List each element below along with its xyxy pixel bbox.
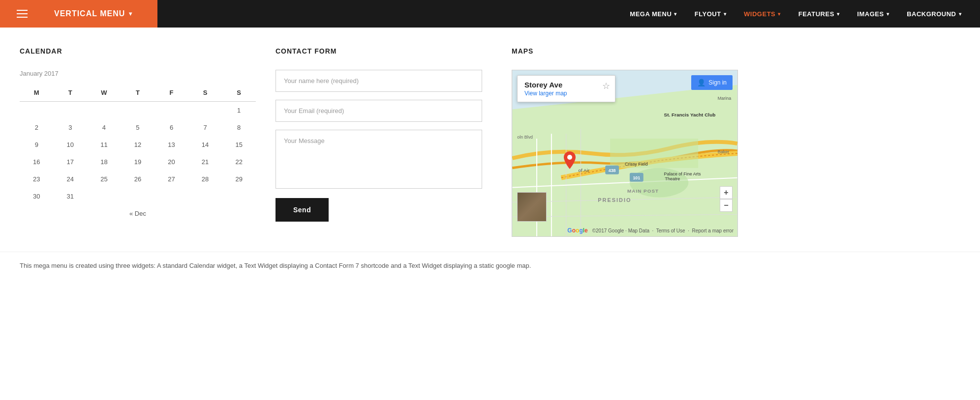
- calendar-day-cell[interactable]: 15: [222, 136, 256, 153]
- calendar-day-cell[interactable]: 26: [121, 171, 155, 188]
- calendar-day-cell[interactable]: 6: [154, 119, 188, 136]
- svg-rect-3: [610, 139, 698, 168]
- calendar-day-cell[interactable]: 7: [188, 119, 222, 136]
- calendar-day-cell: [188, 188, 222, 205]
- calendar-day-cell[interactable]: 13: [154, 136, 188, 153]
- map-place-name: Storey Ave: [524, 81, 567, 89]
- calendar-day-cell[interactable]: 4: [87, 119, 121, 136]
- calendar-day-cell[interactable]: 12: [121, 136, 155, 153]
- calendar-day-cell[interactable]: 14: [188, 136, 222, 153]
- calendar-table: MTWTFSS 12345678910111213141516171819202…: [20, 85, 256, 205]
- calendar-day-cell[interactable]: 10: [54, 136, 88, 153]
- report-link[interactable]: Report a map error: [692, 228, 734, 233]
- nav-item-flyout[interactable]: FLYOUT▾: [686, 0, 735, 28]
- calendar-day-cell[interactable]: 25: [87, 171, 121, 188]
- calendar-day-cell[interactable]: 23: [20, 171, 54, 188]
- svg-text:Baker: Baker: [718, 149, 729, 154]
- email-input[interactable]: [276, 100, 482, 122]
- map-star-icon[interactable]: ☆: [602, 81, 610, 91]
- calendar-day-cell[interactable]: 2: [20, 119, 54, 136]
- nav-arrow-flyout: ▾: [724, 11, 727, 17]
- calendar-day-cell[interactable]: 30: [20, 188, 54, 205]
- calendar-section: CALENDAR January 2017 MTWTFSS 1234567891…: [20, 47, 276, 237]
- view-larger-link[interactable]: View larger map: [524, 90, 567, 97]
- hamburger-icon: [17, 10, 28, 18]
- calendar-day-cell: [87, 188, 121, 205]
- nav-item-background[interactable]: BACKGROUND▾: [898, 0, 970, 28]
- nav-item-features[interactable]: FEATURES▾: [790, 0, 849, 28]
- nav-arrow-mega-menu: ▾: [674, 11, 677, 17]
- calendar-day-header: T: [121, 85, 155, 102]
- calendar-day-header: T: [54, 85, 88, 102]
- calendar-day-cell[interactable]: 19: [121, 153, 155, 171]
- calendar-header-row: MTWTFSS: [20, 85, 256, 102]
- calendar-week-row: 3031: [20, 188, 256, 205]
- svg-point-18: [567, 155, 572, 160]
- nav-brand[interactable]: VERTICAL MENU ▾: [44, 0, 157, 28]
- sign-in-icon: 👤: [697, 79, 705, 86]
- map-copyright: ©2017 Google · Map Data: [592, 228, 649, 233]
- sign-in-label: Sign in: [708, 79, 727, 86]
- calendar-day-cell[interactable]: 5: [121, 119, 155, 136]
- calendar-nav: « Dec: [20, 210, 256, 217]
- map-sign-in-button[interactable]: 👤 Sign in: [691, 75, 733, 90]
- google-logo: Google: [567, 227, 589, 234]
- nav-arrow-background: ▾: [959, 11, 962, 17]
- calendar-day-header: W: [87, 85, 121, 102]
- calendar-day-cell[interactable]: 20: [154, 153, 188, 171]
- calendar-day-cell[interactable]: 1: [222, 102, 256, 119]
- calendar-day-cell[interactable]: 21: [188, 153, 222, 171]
- nav-label: WIDGETS: [744, 10, 775, 18]
- map-controls: + −: [720, 186, 733, 212]
- svg-text:St. Francis Yacht Club: St. Francis Yacht Club: [664, 112, 716, 117]
- svg-text:of Air: of Air: [579, 168, 590, 173]
- map-container: 438 101 St. Francis Yacht Club Crissy Fi…: [512, 70, 738, 237]
- calendar-day-cell[interactable]: 24: [54, 171, 88, 188]
- map-pin: [564, 151, 576, 171]
- calendar-day-header: F: [154, 85, 188, 102]
- zoom-out-button[interactable]: −: [720, 199, 733, 212]
- calendar-day-cell[interactable]: 9: [20, 136, 54, 153]
- calendar-day-cell[interactable]: 17: [54, 153, 88, 171]
- svg-text:101: 101: [633, 175, 640, 180]
- calendar-day-cell[interactable]: 3: [54, 119, 88, 136]
- svg-text:MAIN POST: MAIN POST: [627, 188, 659, 194]
- zoom-in-button[interactable]: +: [720, 186, 733, 199]
- nav-item-widgets[interactable]: WIDGETS▾: [735, 0, 790, 28]
- prev-month-link[interactable]: « Dec: [129, 210, 146, 217]
- contact-title: CONTACT FORM: [276, 47, 482, 55]
- calendar-day-cell: [87, 102, 121, 119]
- calendar-day-cell[interactable]: 29: [222, 171, 256, 188]
- brand-arrow: ▾: [129, 10, 132, 17]
- calendar-week-row: 16171819202122: [20, 153, 256, 171]
- calendar-day-cell: [20, 102, 54, 119]
- hamburger-button[interactable]: [0, 0, 44, 28]
- calendar-day-header: M: [20, 85, 54, 102]
- calendar-day-cell[interactable]: 11: [87, 136, 121, 153]
- nav-item-images[interactable]: IMAGES▾: [848, 0, 898, 28]
- svg-text:Theatre: Theatre: [665, 176, 680, 181]
- nav-arrow-widgets: ▾: [778, 11, 781, 17]
- calendar-day-cell[interactable]: 31: [54, 188, 88, 205]
- calendar-day-cell[interactable]: 22: [222, 153, 256, 171]
- calendar-day-header: S: [188, 85, 222, 102]
- map-footer: Google ©2017 Google · Map Data · Terms o…: [512, 227, 737, 234]
- calendar-day-cell: [188, 102, 222, 119]
- terms-link[interactable]: Terms of Use: [656, 228, 685, 233]
- maps-section: MAPS: [512, 47, 960, 237]
- send-button[interactable]: Send: [276, 198, 329, 222]
- calendar-day-cell[interactable]: 16: [20, 153, 54, 171]
- calendar-week-row: 23242526272829: [20, 171, 256, 188]
- svg-text:oln Blvd: oln Blvd: [517, 135, 533, 140]
- calendar-day-cell[interactable]: 28: [188, 171, 222, 188]
- calendar-day-cell: [222, 188, 256, 205]
- calendar-day-cell[interactable]: 18: [87, 153, 121, 171]
- calendar-day-cell[interactable]: 8: [222, 119, 256, 136]
- name-input[interactable]: [276, 70, 482, 92]
- nav-label: FEATURES: [798, 10, 834, 18]
- nav-item-mega-menu[interactable]: MEGA MENU▾: [621, 0, 685, 28]
- map-info-box: Storey Ave View larger map ☆: [517, 75, 615, 102]
- message-input[interactable]: [276, 130, 482, 189]
- calendar-week-row: 1: [20, 102, 256, 119]
- calendar-day-cell[interactable]: 27: [154, 171, 188, 188]
